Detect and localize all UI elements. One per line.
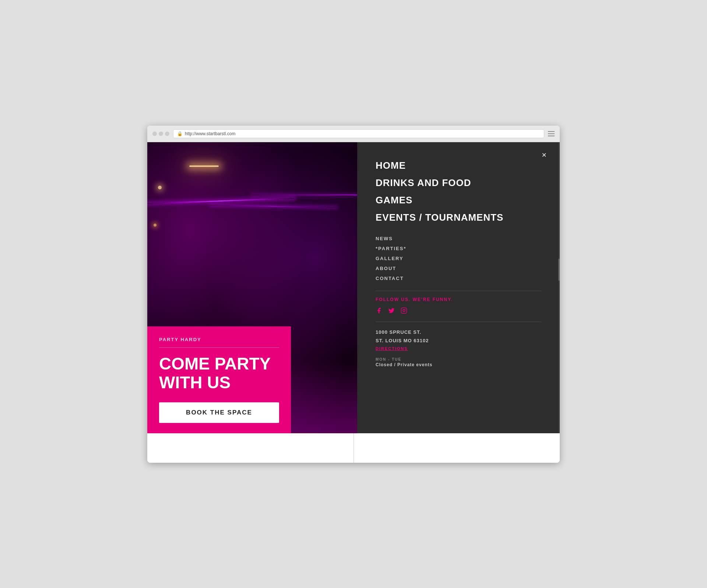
social-label: FOLLOW US. WE'RE FUNNY. [376, 297, 541, 302]
social-section: FOLLOW US. WE'RE FUNNY. [376, 297, 541, 316]
scrollbar [558, 142, 560, 433]
address-bar[interactable]: 🔒 http://www.startbarstl.com [173, 129, 544, 138]
secondary-nav: NEWS *PARTIES* GALLERY ABOUT CONTACT [376, 234, 541, 283]
ceiling-light-2 [158, 186, 162, 189]
menu-divider-1 [376, 291, 541, 291]
twitter-icon[interactable] [388, 307, 395, 316]
instagram-icon[interactable] [401, 307, 407, 316]
book-space-button[interactable]: BOOK THE SPACE [159, 402, 279, 423]
directions-link[interactable]: DIRECTIONS [376, 346, 408, 351]
nav-item-events[interactable]: EVENTS / TOURNAMENTS [376, 209, 541, 226]
browser-dot-green[interactable] [165, 132, 169, 136]
photo-area: PARTY HARDY COME PARTY WITH US BOOK THE … [147, 142, 357, 433]
address-bar-icon: 🔒 [177, 131, 183, 136]
svg-point-1 [403, 309, 405, 312]
nav-item-drinks-food[interactable]: DRINKS AND FOOD [376, 174, 541, 192]
ceiling-light-3 [154, 224, 156, 227]
browser-menu-icon[interactable] [548, 131, 555, 136]
social-icons [376, 307, 541, 316]
browser-dots [152, 132, 169, 136]
vertical-line [354, 433, 354, 463]
svg-point-2 [405, 309, 406, 309]
browser-dot-yellow[interactable] [159, 132, 163, 136]
close-menu-button[interactable]: × [542, 151, 546, 159]
nav-menu: × HOME DRINKS AND FOOD GAMES EVENTS / TO… [357, 142, 560, 433]
browser-content: PARTY HARDY COME PARTY WITH US BOOK THE … [147, 142, 560, 433]
browser-dot-red[interactable] [152, 132, 157, 136]
address-block: 1000 SPRUCE ST. ST. LOUIS MO 63102 DIREC… [376, 328, 541, 352]
page-below [147, 433, 560, 463]
nav-item-gallery[interactable]: GALLERY [376, 253, 541, 263]
primary-nav: HOME DRINKS AND FOOD GAMES EVENTS / TOUR… [376, 157, 541, 226]
nav-item-about[interactable]: ABOUT [376, 263, 541, 273]
hours-day-value: Closed / Private events [376, 362, 541, 367]
browser-window: 🔒 http://www.startbarstl.com [147, 126, 560, 463]
ceiling-light-1 [189, 165, 219, 167]
nav-item-contact[interactable]: CONTACT [376, 273, 541, 283]
address-street: 1000 SPRUCE ST. [376, 328, 541, 336]
hours-block: MON - TUE Closed / Private events [376, 357, 541, 367]
party-card: PARTY HARDY COME PARTY WITH US BOOK THE … [147, 326, 291, 433]
menu-divider-2 [376, 322, 541, 322]
scrollbar-thumb[interactable] [558, 259, 560, 281]
neon-line-1 [147, 198, 294, 204]
nav-item-parties[interactable]: *PARTIES* [376, 244, 541, 253]
nav-item-home[interactable]: HOME [376, 157, 541, 174]
hours-day-label: MON - TUE [376, 357, 541, 361]
party-card-label: PARTY HARDY [159, 337, 279, 342]
address-city: ST. LOUIS MO 63102 [376, 336, 541, 345]
neon-line-2 [210, 205, 336, 208]
svg-rect-0 [401, 308, 407, 313]
facebook-icon[interactable] [376, 307, 382, 316]
browser-chrome: 🔒 http://www.startbarstl.com [147, 126, 560, 142]
address-bar-url: http://www.startbarstl.com [185, 131, 235, 136]
nav-item-games[interactable]: GAMES [376, 192, 541, 209]
party-card-divider [159, 347, 279, 348]
party-card-title: COME PARTY WITH US [159, 354, 279, 392]
nav-item-news[interactable]: NEWS [376, 234, 541, 244]
neon-line-3 [252, 195, 357, 195]
